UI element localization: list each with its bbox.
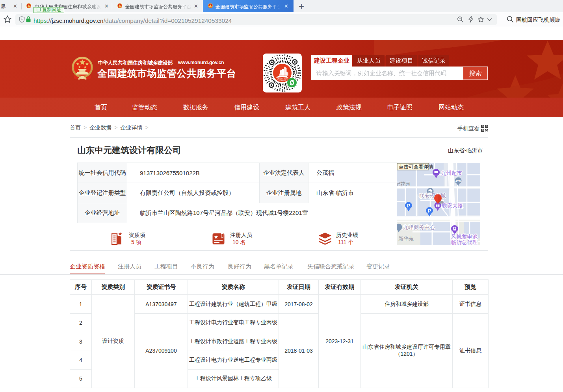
svg-text:临沂总代理: 临沂总代理	[451, 239, 478, 245]
svg-text:风帆蓄电池: 风帆蓄电池	[451, 234, 478, 240]
svg-text:ATM: ATM	[455, 179, 461, 183]
svg-text:联安大厦: 联安大厦	[442, 203, 463, 209]
svg-text:九峰商务中心: 九峰商务中心	[403, 224, 435, 230]
svg-text:新华苑: 新华苑	[398, 236, 414, 242]
svg-text:P: P	[428, 208, 431, 214]
svg-text:点击可查看详情: 点击可查看详情	[399, 164, 433, 170]
svg-text:九州超市: 九州超市	[441, 170, 462, 176]
svg-text:公共服务平台: 公共服务平台	[279, 80, 286, 81]
svg-text:P: P	[407, 203, 410, 209]
svg-text:记花园: 记花园	[397, 181, 411, 187]
svg-text:联安现代城: 联安现代城	[419, 193, 446, 199]
